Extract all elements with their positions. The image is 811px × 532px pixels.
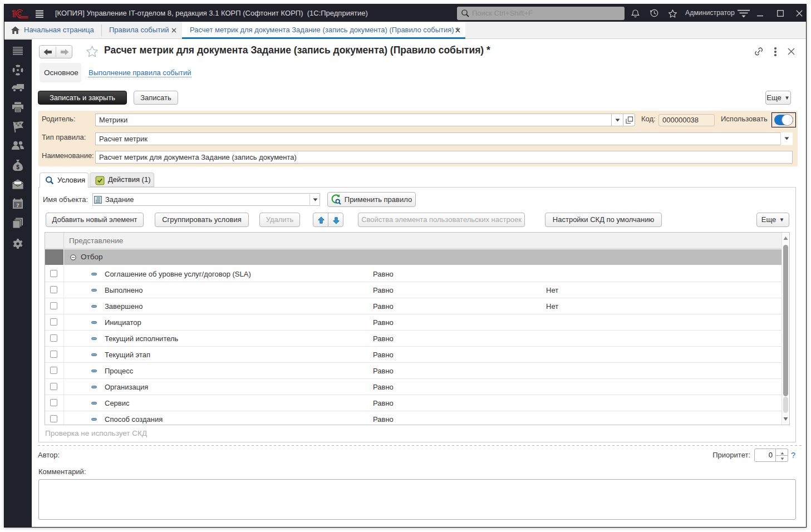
svg-text:7: 7 bbox=[16, 202, 19, 208]
svg-text:$: $ bbox=[16, 164, 19, 170]
